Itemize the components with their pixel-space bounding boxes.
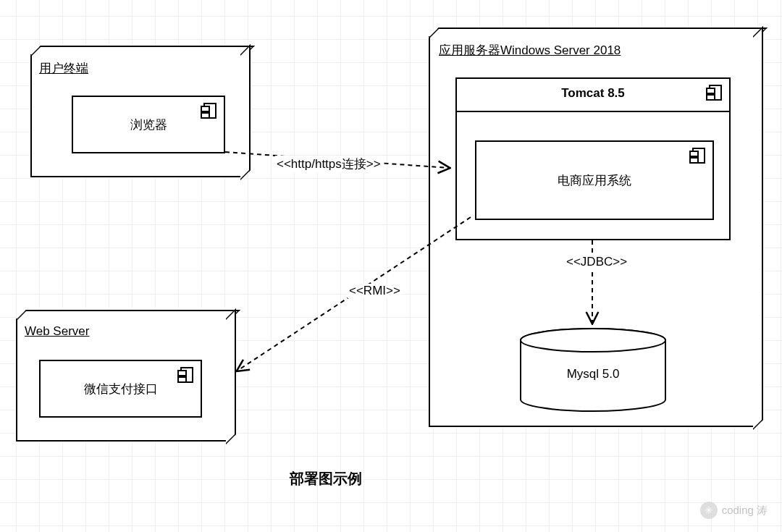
node-client: 用户终端 浏览器 [30,54,242,177]
node-webserver: Web Server 微信支付接口 [16,318,227,442]
node-appserver: 应用服务器Windows Server 2018 Tomcat 8.5 电商应用… [429,36,754,427]
wechat-icon: ✳ [700,502,718,519]
divider [457,111,729,112]
node-client-title: 用户终端 [39,60,88,77]
component-icon [180,367,193,383]
component-ecommerce-app: 电商应用系统 [475,140,714,220]
diagram-caption: 部署图示例 [290,469,362,489]
connection-label-jdbc: <<JDBC>> [565,255,628,269]
component-tomcat-label: Tomcat 8.5 [457,86,729,101]
watermark-text: coding 涛 [722,504,768,518]
component-wechat-pay: 微信支付接口 [39,360,202,418]
component-ecommerce-app-label: 电商应用系统 [558,172,631,189]
connection-label-http: <<http/https连接>> [275,156,382,172]
component-icon [709,85,722,101]
component-wechat-pay-label: 微信支付接口 [84,381,158,397]
database-label-text: Mysql 5.0 [513,367,673,381]
component-browser-label: 浏览器 [130,117,167,133]
component-icon [692,148,705,164]
svg-point-1 [521,329,665,352]
connection-label-rmi: <<RMI>> [348,284,402,298]
watermark: ✳ coding 涛 [700,502,768,519]
node-webserver-title: Web Server [25,324,89,339]
deployment-diagram: 用户终端 浏览器 应用服务器Windows Server 2018 Tomcat… [0,0,782,532]
node-appserver-title: 应用服务器Windows Server 2018 [439,42,621,59]
component-icon [203,103,216,119]
component-tomcat: Tomcat 8.5 电商应用系统 [455,77,731,240]
component-browser: 浏览器 [72,96,225,153]
